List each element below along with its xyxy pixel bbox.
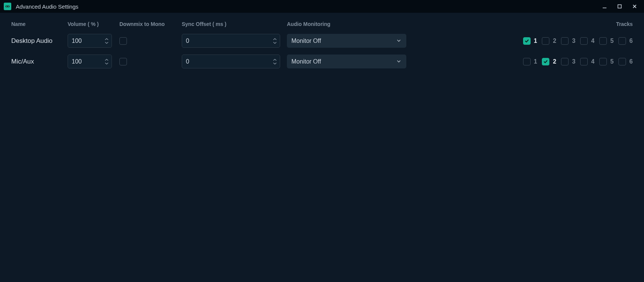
track-5: 5 [599,58,614,65]
audio-monitoring-value: Monitor Off [291,38,321,44]
track-4: 4 [580,37,594,45]
track-5: 5 [599,37,614,45]
sync-offset-input[interactable] [182,34,280,48]
track-4-checkbox[interactable] [580,37,588,45]
track-5-label: 5 [610,38,614,44]
track-4-label: 4 [591,58,594,65]
sync-offset-spinbox[interactable] [182,34,280,48]
source-name: Mic/Aux [11,58,68,65]
downmix-checkbox[interactable] [119,58,127,65]
track-3: 3 [561,37,575,45]
track-2: 2 [542,58,556,65]
track-3-checkbox[interactable] [561,58,569,65]
track-6: 6 [618,58,633,65]
track-4-label: 4 [591,38,594,44]
track-5-checkbox[interactable] [599,37,607,45]
chevron-down-icon [397,58,401,65]
track-3-label: 3 [572,58,575,65]
maximize-button[interactable] [615,2,624,11]
app-icon [4,3,11,10]
track-2-label: 2 [553,58,556,65]
track-2-label: 2 [553,38,556,44]
track-3-label: 3 [572,38,575,44]
track-6-label: 6 [629,58,633,65]
source-name: Desktop Audio [11,37,68,45]
sync-offset-spinbox[interactable] [182,55,280,68]
track-6-checkbox[interactable] [618,37,626,45]
downmix-checkbox[interactable] [119,37,127,45]
spin-arrows[interactable] [272,55,278,68]
sync-offset-input[interactable] [182,55,280,68]
audio-monitoring-value: Monitor Off [291,58,321,65]
titlebar: Advanced Audio Settings [0,0,644,13]
col-header-downmix: Downmix to Mono [119,21,182,27]
track-4-checkbox[interactable] [580,58,588,65]
svg-rect-0 [6,6,10,8]
track-6: 6 [618,37,633,45]
track-3-checkbox[interactable] [561,37,569,45]
tracks-cell: 123456 [407,37,633,45]
track-3: 3 [561,58,575,65]
content-area: Name Volume ( % ) Downmix to Mono Sync O… [0,13,644,68]
track-1-checkbox[interactable] [523,37,531,45]
col-header-tracks: Tracks [407,21,633,27]
track-6-checkbox[interactable] [618,58,626,65]
volume-spinbox[interactable] [68,34,112,48]
tracks-cell: 123456 [407,58,633,65]
spin-arrows[interactable] [104,34,110,48]
window-controls [600,2,641,11]
spin-arrows[interactable] [104,55,110,68]
track-1-label: 1 [534,58,537,65]
track-2-checkbox[interactable] [542,37,549,45]
audio-monitoring-dropdown[interactable]: Monitor Off [287,55,406,68]
track-5-checkbox[interactable] [599,58,607,65]
svg-point-1 [6,6,7,7]
close-button[interactable] [630,2,639,11]
track-4: 4 [580,58,594,65]
col-header-monitoring: Audio Monitoring [287,21,407,27]
track-6-label: 6 [629,38,633,44]
track-1: 1 [523,58,537,65]
col-header-volume: Volume ( % ) [68,21,119,27]
track-1-checkbox[interactable] [523,58,531,65]
track-5-label: 5 [610,58,614,65]
spin-arrows[interactable] [272,34,278,48]
window-title: Advanced Audio Settings [16,3,78,10]
col-header-name: Name [11,21,68,27]
track-1-label: 1 [534,38,537,44]
audio-monitoring-dropdown[interactable]: Monitor Off [287,34,406,48]
volume-spinbox[interactable] [68,55,112,68]
audio-sources-table: Name Volume ( % ) Downmix to Mono Sync O… [11,21,633,68]
track-2: 2 [542,37,556,45]
track-1: 1 [523,37,537,45]
minimize-button[interactable] [600,2,609,11]
svg-point-2 [8,6,9,7]
svg-rect-4 [618,5,621,8]
track-2-checkbox[interactable] [542,58,549,65]
col-header-sync: Sync Offset ( ms ) [182,21,287,27]
chevron-down-icon [397,38,401,44]
